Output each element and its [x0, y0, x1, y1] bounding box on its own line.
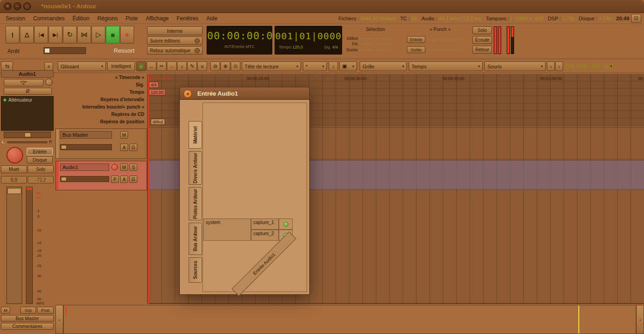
menu-piste[interactable]: Piste: [125, 15, 138, 22]
punch-out-clock[interactable]: --:--:--:--: [428, 48, 461, 52]
grid-combo[interactable]: Grille ▾: [360, 61, 407, 71]
gain-fader-handle[interactable]: [7, 188, 21, 194]
goto-end-button[interactable]: ▶|: [49, 26, 62, 43]
bus-fader[interactable]: [60, 144, 112, 150]
bus-mute-button[interactable]: M: [120, 131, 128, 139]
bus-fader-handle[interactable]: [61, 145, 67, 149]
goto-start-button[interactable]: |◀: [34, 26, 48, 43]
dialog-titlebar[interactable]: × Entrée Audio1: [179, 87, 310, 100]
zoom-focus-combo[interactable]: Tête de lecture ▾: [242, 61, 301, 71]
loop-button[interactable]: ↻: [63, 26, 77, 43]
window-maximize-button[interactable]: ◻: [23, 2, 31, 10]
disk-monitor-button[interactable]: Disque: [27, 156, 53, 164]
pan-width-slider[interactable]: [4, 132, 51, 138]
bus-group-button[interactable]: G: [129, 144, 137, 151]
zoom-fit-button[interactable]: ⊙: [231, 61, 240, 71]
bus-master-name[interactable]: Bus Master: [60, 131, 112, 139]
play-button[interactable]: ▷: [92, 26, 105, 43]
snap-unit-combo[interactable]: * ▾: [303, 61, 327, 71]
solo-button[interactable]: Solo: [28, 165, 54, 173]
trim-knob[interactable]: [45, 79, 53, 86]
comments-button[interactable]: Commentaires: [1, 323, 54, 330]
strip-name-button[interactable]: Audio1: [1, 70, 54, 78]
timecode-ruler[interactable]: 00:00:00:00 00:00:15:00 00:00:30:00 00:0…: [148, 74, 644, 81]
tab-pistes-ardour[interactable]: Pistes Ardour: [189, 187, 202, 220]
solo-global-button[interactable]: Solo: [472, 26, 492, 34]
summary-view[interactable]: [63, 305, 636, 334]
tempo-marker[interactable]: 120,00: [149, 89, 166, 95]
mute-button[interactable]: Muet: [1, 165, 27, 173]
feedback-button[interactable]: Retour: [472, 46, 492, 54]
tab-divers-ardour[interactable]: Divers Ardour: [189, 151, 202, 185]
audio1-fader[interactable]: [60, 176, 109, 182]
audio1-fader-handle[interactable]: [61, 177, 67, 181]
grid-type-combo[interactable]: Temps ▾: [409, 61, 483, 71]
record-arm-button[interactable]: [6, 147, 23, 164]
menu-commandes[interactable]: Commandes: [33, 15, 65, 22]
auto-return-toggle[interactable]: Retour automatique: [147, 46, 202, 55]
summary-scroll-left-button[interactable]: ‹: [55, 305, 63, 334]
listen-button[interactable]: Écoute: [472, 36, 492, 44]
status-indicator-button[interactable]: ⊡: [631, 14, 641, 23]
window-minimize-button[interactable]: −: [13, 2, 21, 10]
stop-button[interactable]: ■: [106, 26, 120, 43]
pan-width-handle[interactable]: [25, 133, 31, 137]
zoom-in-button[interactable]: ⊕: [221, 61, 230, 71]
range-start-clock[interactable]: --:--:--:--: [361, 36, 393, 41]
tab-materiel[interactable]: Matériel: [189, 121, 202, 149]
tool-contents-button[interactable]: ≡: [197, 61, 207, 71]
tab-bus-ardour[interactable]: Bus Ardour: [189, 223, 202, 255]
shuttle-mode-label[interactable]: Ressort: [114, 47, 135, 54]
mouse-mode-combo[interactable]: Souris ▾: [485, 61, 546, 71]
editor-mixer-close-button[interactable]: ×: [44, 62, 53, 71]
audio1-solo-button[interactable]: S: [129, 164, 137, 171]
edit-point-clock[interactable]: 00:00:02:00: [566, 62, 614, 70]
shuttle-slider[interactable]: [43, 47, 86, 54]
tool-draw-button[interactable]: ✎: [187, 61, 197, 71]
sync-source-button[interactable]: Interne: [147, 26, 202, 35]
range-duration-clock[interactable]: --:--:--:--: [361, 48, 393, 52]
tool-range-button[interactable]: ↔: [147, 61, 156, 71]
menu-session[interactable]: Session: [6, 15, 25, 22]
editor-mixer-toggle-button[interactable]: ⇆: [1, 61, 13, 71]
meter-display[interactable]: Sig. 4/4: [324, 45, 338, 49]
record-button[interactable]: ●: [120, 26, 134, 43]
group-button[interactable]: Grp: [20, 307, 36, 314]
metering-point-button[interactable]: Post: [37, 307, 54, 314]
follow-edits-toggle[interactable]: Suivre éditions: [147, 36, 202, 45]
tempo-display[interactable]: Tempo 120,0: [279, 45, 303, 49]
tool-stretch-button[interactable]: ⇔: [167, 61, 177, 71]
save-button[interactable]: ▣ ▾: [339, 61, 357, 71]
connection-capture1-toggle[interactable]: [279, 219, 293, 230]
audio1-automation-button[interactable]: A: [120, 176, 128, 183]
gain-value-field[interactable]: 0,0: [1, 176, 27, 183]
pan-position-slider[interactable]: [7, 141, 47, 143]
dialog-close-button[interactable]: ×: [184, 90, 192, 98]
phase-invert-button[interactable]: Ø: [4, 88, 52, 95]
punch-in-button[interactable]: Entrée: [407, 36, 425, 43]
processor-box[interactable]: Atténuateur: [1, 96, 54, 131]
metering-button[interactable]: M: [1, 307, 10, 314]
tool-object-button[interactable]: ◉: [136, 61, 146, 71]
punch-in-clock[interactable]: --:--:--:--: [428, 37, 461, 42]
strip-io-button[interactable]: *2*: [4, 79, 43, 86]
tool-audition-button[interactable]: ♪: [177, 61, 187, 71]
peak-value-field[interactable]: -72,2: [28, 176, 54, 183]
menu-fenetres[interactable]: Fenêtres: [177, 15, 198, 22]
shuttle-handle[interactable]: [44, 48, 50, 53]
smart-mode-button[interactable]: Intelligent: [107, 61, 135, 71]
secondary-clock[interactable]: 001|01|0000 Tempo 120,0 Sig. 4/4: [275, 26, 342, 55]
bus-master-track-header[interactable]: Bus Master M A G: [55, 128, 147, 159]
meter-marker[interactable]: 4/4: [149, 82, 159, 88]
audio1-name[interactable]: Audio1: [60, 164, 109, 171]
window-close-button[interactable]: ×: [4, 2, 12, 10]
audio1-playlist-button[interactable]: P: [111, 176, 119, 183]
nav-prev-button[interactable]: ‹: [547, 61, 555, 71]
tool-cut-button[interactable]: ✂: [157, 61, 166, 71]
audio1-group-button[interactable]: G: [129, 176, 137, 183]
menu-edition[interactable]: Édition: [73, 15, 90, 22]
location-marker[interactable]: début: [151, 119, 165, 125]
range-end-clock[interactable]: --:--:--:--: [361, 42, 393, 46]
audio1-mute-button[interactable]: M: [120, 164, 128, 171]
menu-regions[interactable]: Régions: [97, 15, 117, 22]
